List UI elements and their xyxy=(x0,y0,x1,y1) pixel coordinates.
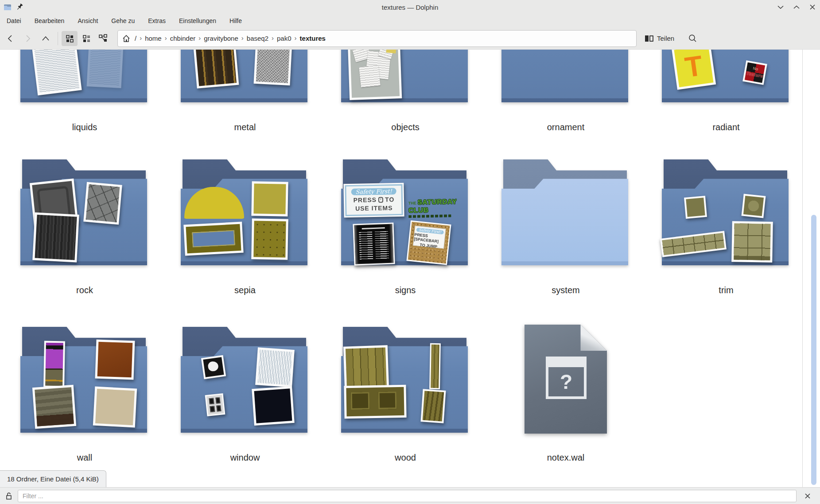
lock-icon[interactable] xyxy=(0,492,18,500)
menubar: Datei Bearbeiten Ansicht Gehe zu Extras … xyxy=(0,14,820,27)
menu-extras[interactable]: Extras xyxy=(148,17,166,24)
texture-preview: No Texture xyxy=(745,62,765,83)
texture-preview xyxy=(350,50,400,98)
folder-icon: T No Texture xyxy=(662,50,790,105)
scrollbar-track[interactable] xyxy=(802,50,820,487)
grid-item-metal[interactable]: metal xyxy=(165,50,325,133)
item-label: trim xyxy=(719,284,733,296)
crumb-gravitybone[interactable]: gravitybone xyxy=(202,35,240,42)
item-label: rock xyxy=(76,284,93,296)
up-button[interactable] xyxy=(38,31,53,46)
grid-item-signs[interactable]: Safety First! PRESSTO USE ITEMS THESATUR… xyxy=(325,156,486,296)
grid-item-sepia[interactable]: sepia xyxy=(165,156,325,296)
grid-item-wall[interactable]: wall xyxy=(4,323,165,463)
menu-ansicht[interactable]: Ansicht xyxy=(78,17,98,24)
folder-icon xyxy=(501,50,630,105)
filter-close-icon[interactable] xyxy=(802,493,813,499)
texture-preview xyxy=(686,198,705,217)
menu-einstellungen[interactable]: Einstellungen xyxy=(179,17,216,24)
window-title: textures — Dolphin xyxy=(0,4,820,11)
unknown-image-icon: ? xyxy=(546,357,587,399)
file-icon: ? xyxy=(525,325,607,434)
grid-item-rock[interactable]: rock xyxy=(4,156,165,296)
details-view-button[interactable] xyxy=(78,31,94,46)
chevron-right-icon: › xyxy=(240,34,245,42)
home-icon[interactable] xyxy=(122,35,130,43)
icons-view-button[interactable] xyxy=(62,31,78,46)
crumb-chbinder[interactable]: chbinder xyxy=(168,35,198,42)
grid-item-objects[interactable]: objects xyxy=(325,50,486,133)
scrollbar-thumb[interactable] xyxy=(811,215,816,485)
grid-item-ornament[interactable]: ornament xyxy=(486,50,646,133)
search-icon[interactable] xyxy=(686,34,699,43)
grid-item-window[interactable]: window xyxy=(165,323,325,463)
texture-preview xyxy=(253,221,286,257)
sign-preview: Safety First! PRESSTO USE ITEMS xyxy=(345,184,403,216)
item-label: objects xyxy=(391,121,419,133)
grid-item-wood[interactable]: wood xyxy=(325,323,486,463)
status-summary: 18 Ordner, Eine Datei (5,4 KiB) xyxy=(0,470,106,487)
folder-icon xyxy=(20,323,149,435)
texture-preview xyxy=(257,350,292,385)
texture-preview xyxy=(32,50,79,93)
toolbar-separator xyxy=(58,32,58,45)
chevron-right-icon: › xyxy=(270,34,275,42)
texture-preview xyxy=(423,391,444,422)
folder-icon xyxy=(20,156,149,268)
item-label: sepia xyxy=(234,284,256,296)
folder-icon xyxy=(341,323,470,435)
chevron-right-icon: › xyxy=(138,34,143,42)
window-pane-preview xyxy=(206,395,224,415)
crumb-root[interactable]: / xyxy=(133,35,138,42)
tree-view-button[interactable] xyxy=(95,31,111,46)
maximize-button[interactable] xyxy=(792,2,801,12)
texture-preview xyxy=(194,50,237,86)
texture-preview xyxy=(97,342,133,378)
item-label: wood xyxy=(395,452,416,463)
crumb-current[interactable]: textures xyxy=(298,35,327,42)
folder-icon xyxy=(181,323,309,435)
grid-item-system[interactable]: system xyxy=(486,156,646,296)
item-label: window xyxy=(230,452,260,463)
texture-preview: T xyxy=(674,50,713,87)
texture-preview xyxy=(35,215,77,260)
grid-item-trim[interactable]: trim xyxy=(646,156,806,296)
toolbar: / › home › chbinder › gravitybone › base… xyxy=(0,27,820,50)
item-label: metal xyxy=(234,121,256,133)
item-label: system xyxy=(552,284,579,296)
folder-icon xyxy=(181,156,309,268)
close-button[interactable] xyxy=(808,2,817,12)
split-view-button[interactable]: Teilen xyxy=(645,35,674,43)
item-label: signs xyxy=(395,284,416,296)
sign-preview: Safety First! PRESS [SPACEBAR] TO JUMP xyxy=(408,222,450,264)
titlebar: textures — Dolphin xyxy=(0,0,820,14)
menu-bearbeiten[interactable]: Bearbeiten xyxy=(35,17,65,24)
texture-preview xyxy=(431,345,439,388)
chevron-right-icon: › xyxy=(163,34,168,42)
chevron-right-icon: › xyxy=(197,34,202,42)
menu-datei[interactable]: Datei xyxy=(7,17,21,24)
crumb-pak0[interactable]: pak0 xyxy=(275,35,293,42)
forward-button[interactable] xyxy=(20,31,35,46)
menu-hilfe[interactable]: Hilfe xyxy=(229,17,242,24)
breadcrumb[interactable]: / › home › chbinder › gravitybone › base… xyxy=(117,30,637,47)
item-label: radiant xyxy=(712,121,739,133)
minimize-button[interactable] xyxy=(776,2,785,12)
page-fold xyxy=(580,325,607,351)
texture-preview xyxy=(256,50,291,83)
folder-icon: Safety First! PRESSTO USE ITEMS THESATUR… xyxy=(341,156,470,268)
crumb-home[interactable]: home xyxy=(143,35,163,42)
mouse-icon xyxy=(378,197,383,202)
menu-gehe-zu[interactable]: Gehe zu xyxy=(111,17,135,24)
texture-preview xyxy=(254,388,292,423)
chevron-right-icon: › xyxy=(293,34,298,42)
crumb-baseq2[interactable]: baseq2 xyxy=(245,35,270,42)
filter-input[interactable] xyxy=(18,490,797,502)
item-label: liquids xyxy=(72,121,97,133)
back-button[interactable] xyxy=(3,31,18,46)
grid-item-liquids[interactable]: liquids xyxy=(4,50,165,133)
grid-item-notex-wal[interactable]: ? notex.wal xyxy=(486,323,646,463)
texture-preview xyxy=(253,183,286,214)
file-view: liquids metal xyxy=(0,50,820,487)
grid-item-radiant[interactable]: T No Texture radiant xyxy=(646,50,806,133)
